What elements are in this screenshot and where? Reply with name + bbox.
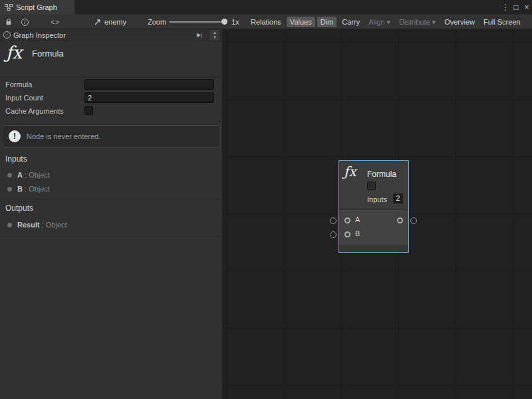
relations-button[interactable]: Relations xyxy=(247,17,285,27)
formula-field-input[interactable] xyxy=(84,79,214,90)
formula-node[interactable]: ƒx Formula Inputs 2 A B xyxy=(338,160,409,253)
warning-icon: ! xyxy=(9,130,21,142)
input-port-row-a: A : Object xyxy=(0,170,223,180)
output-port-row-result: Result : Object xyxy=(0,219,223,230)
window-maximize-icon[interactable]: □ xyxy=(511,0,521,15)
inspector-header: i Graph Inspector ▶| ▲▼ xyxy=(0,29,222,41)
input-count-field-label: Input Count xyxy=(5,92,43,104)
warning-text: Node is never entered. xyxy=(27,132,100,140)
graph-inspector-panel: i Graph Inspector ▶| ▲▼ ƒx Formula Formu… xyxy=(0,29,223,399)
toolbar-buttons: Relations Values Dim Carry Align▾ Distri… xyxy=(247,15,524,29)
align-button[interactable]: Align▾ xyxy=(365,17,394,28)
input-port-b-dot[interactable] xyxy=(344,231,350,237)
node-inputs-label: Inputs xyxy=(367,196,387,203)
formula-field-label: Formula xyxy=(5,79,32,90)
lock-icon[interactable] xyxy=(4,15,13,29)
graph-target-icon xyxy=(93,15,102,29)
full-screen-button[interactable]: Full Screen xyxy=(480,17,524,27)
script-graph-icon xyxy=(5,3,13,11)
info-icon: i xyxy=(3,31,11,39)
chevron-down-icon: ▾ xyxy=(432,18,436,27)
zoom-label: Zoom xyxy=(148,15,166,29)
input-port-a-dot[interactable] xyxy=(344,217,350,223)
unit-title: Formula xyxy=(32,49,64,59)
section-divider xyxy=(0,76,223,77)
chevron-down-icon: ▾ xyxy=(387,18,391,27)
port-bullet-icon xyxy=(7,187,12,192)
node-port-label-b: B xyxy=(355,229,360,237)
fx-unit-icon: ƒx xyxy=(6,43,22,63)
fx-node-icon: ƒx xyxy=(344,164,356,180)
port-bullet-icon xyxy=(7,173,12,178)
external-port-circle-a[interactable] xyxy=(330,217,336,224)
node-inputs-count-field[interactable]: 2 xyxy=(393,194,403,203)
output-port-result-dot[interactable] xyxy=(397,217,403,223)
zoom-slider-track[interactable] xyxy=(169,21,225,23)
pin-panel-icon[interactable]: ▶| xyxy=(197,29,202,41)
section-divider xyxy=(0,199,223,200)
node-header: ƒx Formula Inputs 2 xyxy=(339,161,408,209)
inspector-header-title: Graph Inspector xyxy=(13,29,66,41)
node-title: Formula xyxy=(367,170,396,179)
input-port-row-b: B : Object xyxy=(0,184,223,194)
tab-label: Script Graph xyxy=(16,3,57,11)
dim-button[interactable]: Dim xyxy=(317,17,337,27)
values-button[interactable]: Values xyxy=(287,17,315,27)
info-icon[interactable]: i xyxy=(20,15,29,29)
node-ports: A B xyxy=(339,210,408,245)
overview-button[interactable]: Overview xyxy=(441,17,478,27)
warning-box: ! Node is never entered. xyxy=(3,125,220,148)
title-bar: Script Graph ⋮ □ × xyxy=(0,0,532,15)
cache-arguments-checkbox[interactable] xyxy=(84,106,93,115)
tab-script-graph[interactable]: Script Graph xyxy=(0,0,74,15)
scroll-up-icon: ▲ xyxy=(213,31,217,35)
zoom-value: 1x xyxy=(231,15,239,29)
graph-target-name: enemy xyxy=(104,15,126,29)
node-footer xyxy=(339,245,408,252)
zoom-slider-knob[interactable] xyxy=(221,19,227,25)
external-port-circle-result[interactable] xyxy=(410,217,417,224)
window-close-icon[interactable]: × xyxy=(521,0,532,15)
port-bullet-icon xyxy=(7,223,12,227)
node-port-label-a: A xyxy=(355,215,360,223)
section-divider xyxy=(0,122,223,122)
carry-button[interactable]: Carry xyxy=(338,17,363,27)
distribute-button[interactable]: Distribute▾ xyxy=(396,17,439,28)
inputs-section-header: Inputs xyxy=(5,154,27,164)
input-count-field-input[interactable]: 2 xyxy=(84,92,214,103)
code-icon[interactable]: <> xyxy=(49,15,61,29)
unity-window: Script Graph ⋮ □ × i <> enemy Zoom 1x Re… xyxy=(0,0,532,399)
section-divider xyxy=(0,236,223,237)
window-menu-icon[interactable]: ⋮ xyxy=(500,0,511,15)
outputs-section-header: Outputs xyxy=(5,203,33,213)
panel-scroll-arrows[interactable]: ▲▼ xyxy=(210,30,219,41)
node-formula-checkbox[interactable] xyxy=(367,182,376,190)
scroll-down-icon: ▼ xyxy=(213,35,217,40)
external-port-circle-b[interactable] xyxy=(330,231,336,238)
cache-arguments-field-label: Cache Arguments xyxy=(5,106,63,117)
